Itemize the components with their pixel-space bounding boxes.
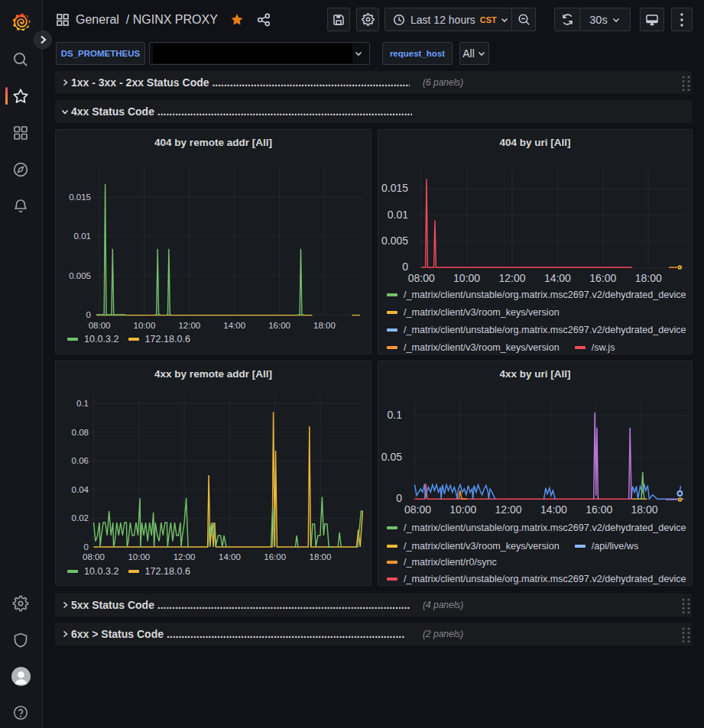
svg-text:16:00: 16:00 <box>586 503 612 516</box>
svg-text:0.1: 0.1 <box>76 399 89 408</box>
svg-text:0.06: 0.06 <box>72 456 89 465</box>
svg-text:0.015: 0.015 <box>69 193 91 202</box>
svg-text:14:00: 14:00 <box>219 552 241 561</box>
svg-text:08:00: 08:00 <box>408 272 435 284</box>
svg-text:0: 0 <box>396 492 402 504</box>
svg-text:14:00: 14:00 <box>544 272 571 284</box>
svg-text:16:00: 16:00 <box>589 272 616 284</box>
svg-text:0.005: 0.005 <box>381 235 408 247</box>
svg-text:12:00: 12:00 <box>498 272 525 284</box>
svg-text:0.015: 0.015 <box>381 182 408 194</box>
svg-text:10:00: 10:00 <box>453 272 480 284</box>
svg-text:16:00: 16:00 <box>268 321 290 330</box>
svg-text:08:00: 08:00 <box>404 503 431 516</box>
svg-text:10:00: 10:00 <box>134 321 156 330</box>
svg-text:0.05: 0.05 <box>381 451 402 463</box>
svg-text:0.01: 0.01 <box>74 231 91 241</box>
svg-text:14:00: 14:00 <box>540 503 567 516</box>
svg-text:08:00: 08:00 <box>89 321 111 330</box>
svg-text:18:00: 18:00 <box>310 552 332 561</box>
svg-text:0: 0 <box>84 542 89 552</box>
svg-text:10:00: 10:00 <box>449 503 476 516</box>
svg-text:18:00: 18:00 <box>313 321 336 330</box>
svg-text:0.04: 0.04 <box>72 485 89 494</box>
svg-text:0: 0 <box>402 260 408 273</box>
svg-text:08:00: 08:00 <box>83 552 105 561</box>
svg-text:0: 0 <box>86 310 91 319</box>
svg-text:0.1: 0.1 <box>388 409 403 421</box>
svg-text:0.01: 0.01 <box>388 209 408 221</box>
svg-text:0.02: 0.02 <box>72 513 89 523</box>
svg-text:0.08: 0.08 <box>72 428 89 437</box>
svg-text:16:00: 16:00 <box>264 552 286 561</box>
svg-text:12:00: 12:00 <box>178 321 200 330</box>
svg-text:12:00: 12:00 <box>174 552 196 561</box>
svg-text:18:00: 18:00 <box>635 272 662 284</box>
svg-text:14:00: 14:00 <box>223 321 245 330</box>
svg-text:18:00: 18:00 <box>631 503 657 516</box>
svg-text:12:00: 12:00 <box>495 503 522 516</box>
svg-text:0.005: 0.005 <box>69 271 91 280</box>
svg-text:10:00: 10:00 <box>128 552 150 561</box>
